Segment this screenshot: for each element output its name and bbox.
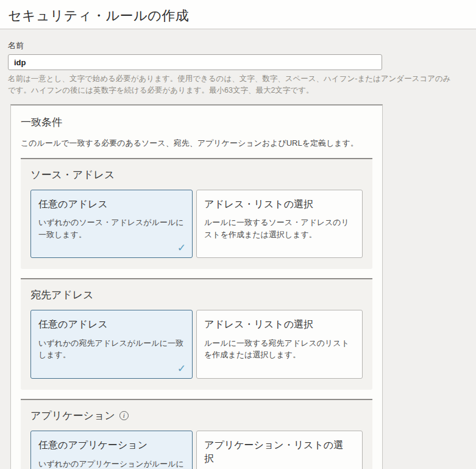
name-input[interactable]: [8, 54, 382, 70]
destination-address-list-card[interactable]: アドレス・リストの選択 ルールに一致する宛先アドレスのリストを作成または選択しま…: [196, 310, 363, 379]
destination-address-list-description: ルールに一致する宛先アドレスのリストを作成または選択します。: [204, 337, 355, 361]
source-address-group: ソース・アドレス 任意のアドレス いずれかのソース・アドレスがルールに一致します…: [21, 158, 372, 270]
match-condition-title: 一致条件: [21, 115, 372, 129]
destination-address-list-title: アドレス・リストの選択: [204, 318, 355, 331]
source-address-list-description: ルールに一致するソース・アドレスのリストを作成または選択します。: [204, 217, 355, 240]
page-title: セキュリティ・ルールの作成: [8, 7, 476, 25]
source-any-address-description: いずれかのソース・アドレスがルールに一致します。: [38, 217, 185, 240]
application-list-card[interactable]: アプリケーション・リストの選択 ルールに一致するアプリケーションのリストを作成ま…: [196, 431, 363, 469]
match-condition-panel: 一致条件 このルールで一致する必要のあるソース、宛先、アプリケーションおよびUR…: [10, 104, 383, 469]
match-condition-description: このルールで一致する必要のあるソース、宛先、アプリケーションおよびURLを定義し…: [21, 138, 372, 149]
destination-address-heading: 宛先アドレス: [30, 288, 363, 302]
application-cards: 任意のアプリケーション いずれかのアプリケーションがルールに一致します。 ✓ ア…: [30, 431, 363, 469]
info-icon[interactable]: i: [119, 411, 129, 420]
destination-address-cards: 任意のアドレス いずれかの宛先アドレスがルールに一致します。 ✓ アドレス・リス…: [30, 310, 363, 379]
source-address-list-title: アドレス・リストの選択: [204, 198, 355, 211]
form-body: 名前 名前は一意とし、文字で始める必要があります。使用できるのは、文字、数字、ス…: [0, 29, 476, 469]
application-heading: アプリケーション i: [30, 409, 363, 423]
application-list-title: アプリケーション・リストの選択: [204, 439, 344, 465]
application-heading-label: アプリケーション: [30, 409, 115, 423]
source-any-address-title: 任意のアドレス: [38, 198, 185, 211]
source-address-heading-label: ソース・アドレス: [30, 168, 115, 182]
source-address-list-card[interactable]: アドレス・リストの選択 ルールに一致するソース・アドレスのリストを作成または選択…: [196, 190, 363, 259]
destination-any-address-title: 任意のアドレス: [38, 318, 185, 331]
name-field-label: 名前: [8, 40, 468, 51]
source-address-cards: 任意のアドレス いずれかのソース・アドレスがルールに一致します。 ✓ アドレス・…: [30, 190, 363, 259]
destination-any-address-card[interactable]: 任意のアドレス いずれかの宛先アドレスがルールに一致します。 ✓: [30, 310, 193, 379]
create-security-rule-page: セキュリティ・ルールの作成 名前 名前は一意とし、文字で始める必要があります。使…: [0, 0, 476, 469]
check-icon: ✓: [177, 362, 186, 375]
destination-address-group: 宛先アドレス 任意のアドレス いずれかの宛先アドレスがルールに一致します。 ✓ …: [21, 278, 372, 390]
destination-address-heading-label: 宛先アドレス: [30, 288, 94, 302]
application-any-description: いずれかのアプリケーションがルールに一致します。: [38, 458, 185, 469]
application-any-title: 任意のアプリケーション: [38, 439, 185, 452]
check-icon: ✓: [177, 242, 186, 254]
name-helper-text: 名前は一意とし、文字で始める必要があります。使用できるのは、文字、数字、スペース…: [8, 73, 457, 97]
source-any-address-card[interactable]: 任意のアドレス いずれかのソース・アドレスがルールに一致します。 ✓: [30, 190, 193, 259]
destination-any-address-description: いずれかの宛先アドレスがルールに一致します。: [38, 337, 185, 361]
page-header: セキュリティ・ルールの作成: [0, 0, 476, 29]
application-any-card[interactable]: 任意のアプリケーション いずれかのアプリケーションがルールに一致します。 ✓: [30, 431, 193, 469]
source-address-heading: ソース・アドレス: [30, 168, 363, 182]
application-group: アプリケーション i 任意のアプリケーション いずれかのアプリケーションがルール…: [21, 399, 372, 469]
